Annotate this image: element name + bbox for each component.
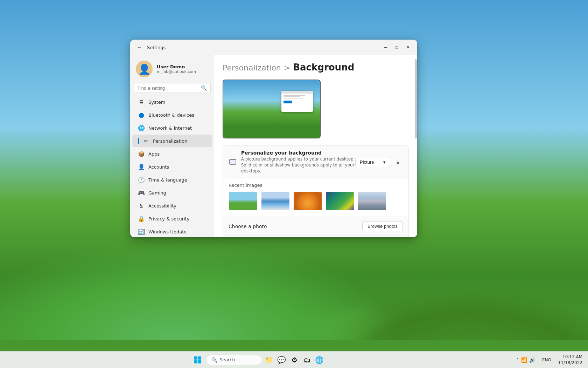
taskbar: 🔍 Search 📁 💬 ⚙ 🗂 🌐 ⌃ 📶 — [0, 351, 588, 368]
preview-content — [281, 94, 313, 112]
scrollbar-thumb[interactable] — [415, 59, 417, 138]
active-bar — [138, 138, 139, 144]
svg-rect-3 — [198, 356, 201, 360]
recent-image-4-preview — [358, 192, 386, 210]
sidebar: 👤 User Demo m_lab@outlook.com 🔍 🖥 System — [130, 55, 214, 237]
nav-accounts[interactable]: 👤 Accounts — [132, 161, 212, 173]
nav-privacy-label: Privacy & security — [148, 216, 189, 222]
recent-images-title: Recent images — [229, 183, 403, 188]
recent-images-section: Recent images — [223, 178, 408, 217]
nav-system-label: System — [148, 100, 165, 105]
taskbar-search-icon: 🔍 — [211, 357, 217, 363]
network-tray-icon: 📶 — [521, 357, 527, 363]
privacy-icon: 🔒 — [138, 215, 145, 222]
svg-rect-1 — [230, 160, 235, 164]
nav-time-label: Time & language — [148, 177, 187, 183]
close-button[interactable]: ✕ — [403, 42, 413, 52]
nav-network-label: Network & internet — [148, 125, 192, 131]
tray-chevron-icon: ⌃ — [516, 357, 519, 362]
avatar[interactable]: 👤 — [136, 61, 153, 77]
system-icon: 🖥 — [138, 98, 145, 105]
preview-window — [281, 91, 313, 112]
volume-tray-icon: 🔊 — [529, 357, 535, 363]
system-tray-icons[interactable]: ⌃ 📶 🔊 — [513, 356, 538, 364]
recent-image-2[interactable] — [293, 191, 322, 211]
taskbar-settings-icon[interactable]: ⚙ — [289, 354, 300, 366]
preview-line-3 — [284, 98, 303, 98]
browse-photos-button[interactable]: Browse photos — [362, 221, 403, 231]
nav-personalization[interactable]: ✏ Personalization — [132, 135, 212, 147]
language-label: ENG — [542, 357, 551, 362]
choose-photo-row: Choose a photo Browse photos — [223, 217, 408, 236]
recent-image-1[interactable] — [261, 191, 290, 211]
chevron-up-icon: ▲ — [396, 159, 400, 165]
nav-network[interactable]: 🌐 Network & internet — [132, 122, 212, 134]
recent-images-grid — [229, 191, 403, 211]
recent-image-0[interactable] — [229, 191, 258, 211]
taskbar-center: 🔍 Search 📁 💬 ⚙ 🗂 🌐 — [3, 353, 513, 367]
nav-system[interactable]: 🖥 System — [132, 96, 212, 108]
window-controls: ─ □ ✕ — [381, 42, 413, 52]
collapse-section-button[interactable]: ▲ — [393, 157, 403, 167]
nav-time[interactable]: 🕐 Time & language — [132, 173, 212, 186]
nav-update-label: Windows Update — [148, 229, 187, 234]
svg-rect-5 — [198, 360, 201, 363]
title-bar-left: ← Settings — [134, 42, 166, 52]
recent-image-1-preview — [261, 192, 289, 210]
user-name: User Demo — [157, 64, 196, 69]
taskbar-teams-icon[interactable]: 💬 — [276, 354, 287, 366]
search-input[interactable] — [138, 86, 199, 91]
system-clock[interactable]: 10:13 AM 11/18/2022 — [555, 353, 585, 367]
recent-image-3[interactable] — [325, 191, 355, 211]
nav-apps-label: Apps — [148, 151, 160, 157]
nav-accessibility[interactable]: ♿ Accessibility — [132, 199, 212, 212]
settings-window: ← Settings ─ □ ✕ 👤 User Demo — [130, 40, 417, 237]
back-button[interactable]: ← — [134, 42, 144, 52]
taskbar-search[interactable]: 🔍 Search — [206, 355, 262, 365]
user-email: m_lab@outlook.com — [157, 69, 196, 74]
windows-logo-icon — [194, 356, 202, 364]
taskbar-files-icon[interactable]: 🗂 — [301, 354, 313, 366]
desktop: ← Settings ─ □ ✕ 👤 User Demo — [0, 0, 588, 368]
window-content: 👤 User Demo m_lab@outlook.com 🔍 🖥 System — [130, 55, 417, 237]
window-title: Settings — [147, 45, 166, 50]
language-indicator[interactable]: ENG — [539, 356, 554, 364]
update-icon: 🔄 — [138, 228, 145, 235]
svg-rect-2 — [194, 356, 197, 360]
personalize-row: Personalize your background A picture ba… — [223, 146, 408, 178]
start-button[interactable] — [191, 353, 205, 367]
sidebar-search[interactable]: 🔍 — [134, 83, 211, 93]
nav-update[interactable]: 🔄 Windows Update — [132, 225, 212, 237]
nav-personalization-label: Personalization — [153, 138, 188, 144]
background-preview — [223, 80, 321, 138]
personalize-row-left: Personalize your background A picture ba… — [229, 150, 355, 174]
breadcrumb-current: Background — [293, 62, 354, 73]
accessibility-icon: ♿ — [138, 202, 145, 209]
nav-gaming-label: Gaming — [148, 190, 166, 196]
recent-image-2-preview — [294, 192, 322, 210]
dropdown-chevron-icon: ▾ — [383, 159, 386, 165]
personalize-row-right: Picture ▾ ▲ — [355, 157, 403, 167]
time-icon: 🕐 — [138, 176, 145, 183]
nav-bluetooth[interactable]: ⬤ Bluetooth & devices — [132, 109, 212, 121]
nav-privacy[interactable]: 🔒 Privacy & security — [132, 212, 212, 225]
preview-button — [284, 101, 292, 103]
fit-row: Choose a fit for your desktop image Fill… — [223, 236, 408, 237]
nav-accounts-label: Accounts — [148, 164, 169, 170]
taskbar-explorer-icon[interactable]: 📁 — [264, 354, 275, 366]
minimize-button[interactable]: ─ — [381, 42, 391, 52]
taskbar-edge-icon[interactable]: 🌐 — [314, 354, 325, 366]
bluetooth-icon: ⬤ — [138, 111, 145, 118]
recent-image-4[interactable] — [357, 191, 387, 211]
search-icon: 🔍 — [201, 85, 207, 91]
nav-apps[interactable]: 📦 Apps — [132, 148, 212, 160]
personalize-text: Personalize your background A picture ba… — [241, 150, 355, 174]
background-type-dropdown[interactable]: Picture ▾ — [355, 157, 390, 167]
apps-icon: 📦 — [138, 150, 145, 157]
maximize-button[interactable]: □ — [392, 42, 402, 52]
main-content: Personalization > Background — [214, 55, 417, 237]
accounts-icon: 👤 — [138, 163, 145, 170]
nav-gaming[interactable]: 🎮 Gaming — [132, 186, 212, 199]
user-section: 👤 User Demo m_lab@outlook.com — [130, 58, 214, 83]
clock-date: 11/18/2022 — [558, 360, 582, 366]
